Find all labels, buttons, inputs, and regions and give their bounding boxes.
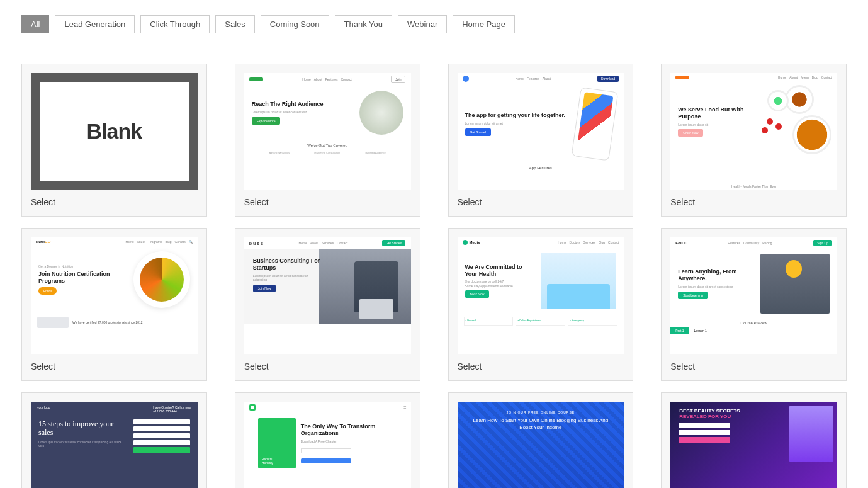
cta-btn: Join Now — [253, 285, 276, 292]
template-card[interactable]: BEST BEAUTY SECRETS REVEALED FOR YOU Lea… — [661, 392, 847, 488]
headline: Reach The Right Audience — [252, 101, 354, 108]
template-card[interactable]: MedixHomeDoctorsServicesBlogContact We A… — [448, 228, 634, 381]
cta-btn: Book Now — [465, 290, 490, 298]
template-grid: Blank Select HomeAboutFeaturesContactJoi… — [21, 64, 847, 488]
logo-text: your logo — [37, 406, 50, 413]
template-card[interactable]: buscHomeAboutServicesContactGet Started … — [235, 228, 420, 381]
select-button[interactable]: Select — [244, 197, 411, 207]
thumbnail: HomeAboutMenuBlogContact We Serve Food B… — [670, 73, 837, 190]
logo-text: busc — [249, 241, 264, 246]
select-button[interactable]: Select — [458, 361, 624, 372]
cta-btn: Explore More — [252, 117, 281, 125]
logo-text: Edu.C — [675, 241, 686, 245]
template-card[interactable]: HomeAboutFeaturesContactJoin Reach The R… — [235, 64, 420, 217]
select-button[interactable]: Select — [31, 197, 198, 207]
template-card[interactable]: NutriGOHomeAboutProgramsBlogContact🔍 Get… — [21, 228, 207, 381]
cta-btn: Get Started — [465, 128, 492, 136]
thumbnail: MedixHomeDoctorsServicesBlogContact We A… — [458, 237, 624, 354]
section-title: Course Preview — [670, 321, 837, 325]
filter-click-through[interactable]: Click Through — [140, 15, 210, 33]
template-card[interactable]: your logoHave Queries? Call us now+12 00… — [21, 392, 207, 488]
template-card[interactable]: HomeFeaturesAboutDownload The app for ge… — [448, 64, 634, 217]
select-button[interactable]: Select — [244, 361, 411, 372]
template-card[interactable]: Edu.CFeaturesCommunityPricingSign Up Lea… — [661, 228, 847, 381]
thumbnail: JOIN OUR FREE ONLINE COURSE Learn How To… — [458, 402, 624, 488]
headline: Learn Anything, From Anywhere. — [678, 268, 755, 282]
headline: 15 steps to improve your sales — [38, 419, 127, 438]
preheading: Get a Degree in Nutrition — [38, 264, 128, 269]
select-button[interactable]: Select — [458, 197, 624, 207]
subheading: Download A Free Chapter — [301, 440, 403, 444]
thumbnail: buscHomeAboutServicesContactGet Started … — [244, 237, 411, 354]
section-title: App Features — [458, 166, 624, 170]
logo-text: Medix — [470, 241, 480, 244]
filter-lead-generation[interactable]: Lead Generation — [55, 15, 135, 33]
tagline: Healthy Meals Faster Than Ever — [670, 184, 837, 188]
thumbnail: HomeFeaturesAboutDownload The app for ge… — [458, 73, 624, 190]
filter-all[interactable]: All — [21, 15, 49, 33]
headline: Business Consulting For Startups — [253, 258, 322, 271]
headline: We Are Committed to Your Health — [465, 264, 536, 278]
thumbnail: Blank — [31, 73, 198, 190]
select-button[interactable]: Select — [31, 361, 198, 372]
thumbnail: your logoHave Queries? Call us now+12 00… — [31, 402, 198, 488]
thumbnail: HomeAboutFeaturesContactJoin Reach The R… — [244, 73, 411, 190]
filter-coming-soon[interactable]: Coming Soon — [261, 15, 329, 33]
stat-text: We have certified 27,000 professionals s… — [72, 321, 143, 324]
filter-home-page[interactable]: Home Page — [453, 15, 515, 33]
thumbnail: NutriGOHomeAboutProgramsBlogContact🔍 Get… — [31, 237, 198, 354]
template-card[interactable]: ☰ RadicalHonesty The Only Way To Transfo… — [235, 392, 420, 488]
headline: Learn How To Start Your Own Online Blogg… — [470, 417, 612, 431]
headline: The Only Way To Transform Organizations — [301, 423, 403, 437]
cta-btn: Start Learning — [678, 292, 707, 299]
template-card-blank[interactable]: Blank Select — [21, 64, 207, 217]
blank-label: Blank — [40, 82, 189, 181]
headline: The app for getting your life together. — [465, 112, 572, 119]
filter-webinar[interactable]: Webinar — [398, 15, 447, 33]
filter-bar: AllLead GenerationClick ThroughSalesComi… — [21, 15, 847, 33]
headline: We Serve Food But With Purpose — [678, 106, 749, 120]
filter-sales[interactable]: Sales — [215, 15, 255, 33]
preheading: JOIN OUR FREE ONLINE COURSE — [470, 411, 612, 414]
thumbnail: ☰ RadicalHonesty The Only Way To Transfo… — [244, 402, 411, 488]
template-card[interactable]: JOIN OUR FREE ONLINE COURSE Learn How To… — [448, 392, 634, 488]
thumbnail: Edu.CFeaturesCommunityPricingSign Up Lea… — [670, 237, 837, 354]
select-button[interactable]: Select — [670, 361, 837, 372]
cta-btn: Order Now — [678, 129, 703, 137]
template-card[interactable]: HomeAboutMenuBlogContact We Serve Food B… — [661, 64, 847, 217]
headline: Join Nutrition Certification Programs — [38, 271, 128, 285]
filter-thank-you[interactable]: Thank You — [335, 15, 392, 33]
select-button[interactable]: Select — [670, 197, 837, 207]
thumbnail: BEST BEAUTY SECRETS REVEALED FOR YOU Lea… — [670, 402, 837, 488]
